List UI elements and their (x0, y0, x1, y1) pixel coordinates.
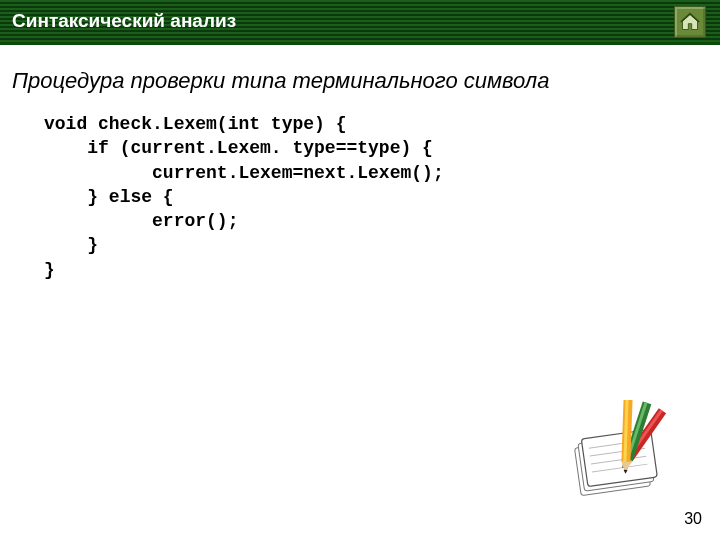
slide-subtitle: Процедура проверки типа терминального си… (12, 68, 708, 94)
code-text: error(); (152, 211, 238, 231)
code-text: } (44, 260, 55, 280)
keyword-void: void (44, 114, 87, 134)
code-text: check.Lexem(int type) { (87, 114, 346, 134)
code-text: } (87, 235, 98, 255)
keyword-if: if (87, 138, 109, 158)
code-text: } (87, 187, 109, 207)
pencils-notebook-icon (560, 400, 680, 500)
page-number: 30 (684, 510, 702, 528)
home-icon[interactable] (674, 6, 706, 38)
code-text: (current.Lexem. type==type) { (109, 138, 433, 158)
code-block: void check.Lexem(int type) { if (current… (44, 112, 720, 282)
slide-header: Синтаксический анализ (0, 0, 720, 50)
keyword-else: else (109, 187, 152, 207)
code-text: current.Lexem=next.Lexem(); (152, 163, 444, 183)
header-title: Синтаксический анализ (12, 10, 236, 32)
house-glyph (680, 12, 700, 32)
code-text: { (152, 187, 174, 207)
